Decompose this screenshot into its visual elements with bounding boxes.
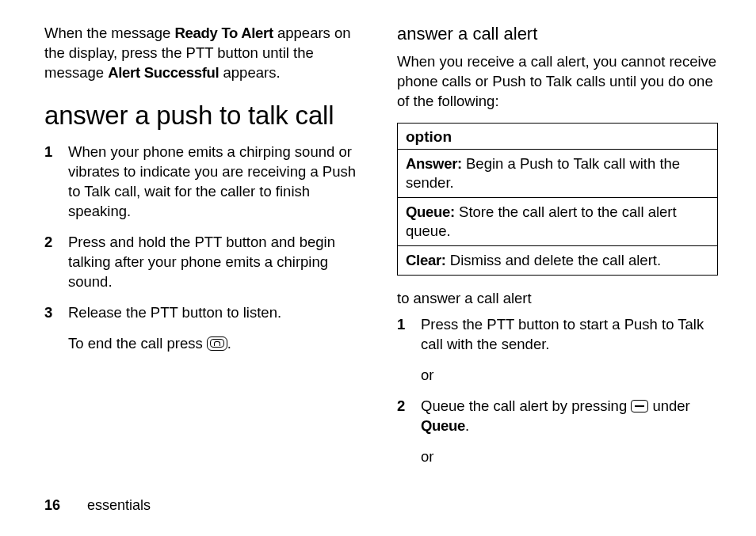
answer-step-2: Queue the call alert by pressing under Q…: [397, 397, 718, 436]
intro-bold-2: Alert Successful: [108, 64, 219, 81]
step2-pre: Queue the call alert by pressing: [421, 397, 631, 414]
end-call-icon: [207, 336, 227, 351]
intro-text: When the message: [44, 25, 175, 41]
option-table: option Answer: Begin a Push to Talk call…: [397, 123, 718, 276]
ptt-steps-list: When your phone emits a chirping sound o…: [44, 143, 365, 323]
page-footer: 16essentials: [44, 497, 151, 514]
answer-alert-steps-2: Queue the call alert by pressing under Q…: [397, 397, 718, 436]
row-label: Queue:: [406, 203, 455, 220]
intro-paragraph: When the message Ready To Alert appears …: [44, 24, 365, 83]
step-3: Release the PTT button to listen.: [44, 303, 365, 323]
intro-text-post: appears.: [219, 64, 280, 81]
step-2: Press and hold the PTT button and begin …: [44, 233, 365, 292]
call-alert-body: When you receive a call alert, you canno…: [397, 52, 718, 112]
step2-mid: under: [648, 397, 689, 414]
step2-bold: Queue: [421, 417, 465, 434]
right-column: answer a call alert When you receive a c…: [397, 24, 718, 475]
intro-bold-1: Ready To Alert: [175, 25, 273, 41]
end-call-note: To end the call press .: [44, 334, 365, 354]
table-row: Clear: Dismiss and delete the call alert…: [398, 246, 718, 276]
table-row: Queue: Store the call alert to the call …: [398, 198, 718, 246]
step-1: When your phone emits a chirping sound o…: [44, 143, 365, 222]
step2-post: .: [465, 417, 469, 434]
section-name: essentials: [87, 497, 151, 513]
table-row: Answer: Begin a Push to Talk call with t…: [398, 149, 718, 197]
or-text-1: or: [397, 366, 718, 386]
answer-alert-steps: Press the PTT button to start a Push to …: [397, 315, 718, 355]
heading-answer-push-to-talk: answer a push to talk call: [44, 101, 365, 131]
softkey-icon: [631, 400, 648, 412]
row-label: Answer:: [406, 155, 462, 172]
row-text: Dismiss and delete the call alert.: [446, 252, 661, 268]
answer-step-1: Press the PTT button to start a Push to …: [397, 315, 718, 355]
or-text-2: or: [397, 447, 718, 467]
left-column: When the message Ready To Alert appears …: [44, 24, 365, 475]
table-header: option: [398, 123, 718, 149]
end-note-post: .: [227, 335, 231, 352]
page-number: 16: [44, 497, 60, 513]
heading-answer-call-alert: answer a call alert: [397, 24, 718, 44]
end-note-pre: To end the call press: [68, 335, 207, 352]
sub-heading-to-answer: to answer a call alert: [397, 290, 718, 307]
row-label: Clear:: [406, 252, 446, 268]
